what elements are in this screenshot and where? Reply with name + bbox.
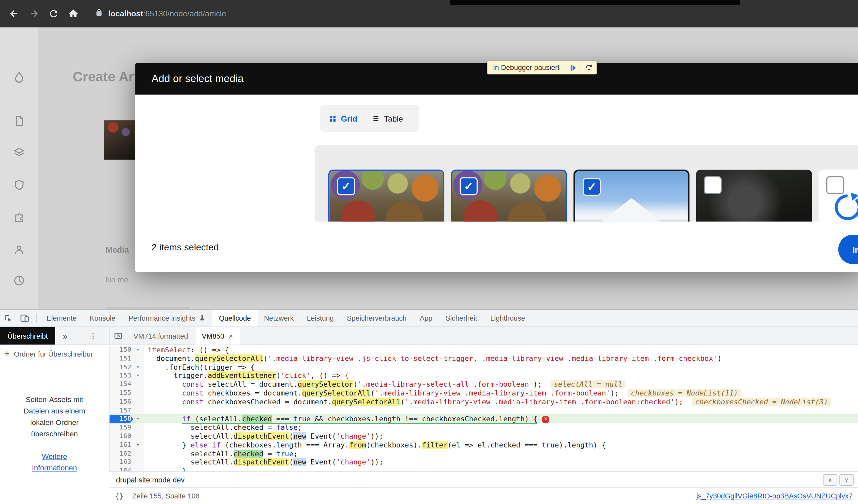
devtools-tab-netzwerk[interactable]: Netzwerk — [257, 310, 300, 326]
media-library-modal: Add or select media Grid Table ✓✓✓ 2 ite… — [135, 63, 858, 272]
pretty-print-icon[interactable]: {} — [115, 492, 123, 500]
fold-arrow-icon — [133, 450, 142, 458]
inline-eval-value: selectAll = null — [551, 380, 626, 388]
structure-icon[interactable] — [13, 146, 25, 159]
line-number[interactable]: 159 — [110, 424, 134, 432]
devtools-tab-speicherverbrauch[interactable]: Speicherverbrauch — [340, 310, 413, 326]
media-item-4-cat[interactable] — [696, 169, 812, 222]
more-tabs-icon[interactable]: » — [55, 327, 75, 345]
tab-label: Performance insights — [128, 314, 195, 322]
people-icon[interactable] — [13, 244, 25, 256]
table-view-button[interactable]: Table — [371, 114, 403, 123]
url-host: localhost — [108, 9, 143, 18]
line-number[interactable]: 163 — [110, 458, 134, 467]
device-toolbar-icon[interactable] — [16, 310, 33, 326]
devtools-tab-quellcode[interactable]: Quellcode — [212, 310, 257, 326]
tab-label: Konsole — [90, 314, 115, 322]
media-item-3-mountain[interactable]: ✓ — [573, 169, 689, 222]
learn-more-link[interactable]: Weitere Informationen — [0, 451, 109, 474]
home-icon[interactable] — [63, 4, 83, 23]
line-number[interactable]: 155 — [110, 389, 134, 397]
reload-icon[interactable] — [44, 4, 63, 23]
media-item-checkbox[interactable]: ✓ — [460, 177, 478, 195]
step-over-icon[interactable] — [581, 61, 597, 74]
breakpoint-line-number[interactable]: 158 — [110, 415, 134, 423]
media-item-1-food[interactable]: ✓ — [328, 169, 444, 222]
devtools-tab-konsole[interactable]: Konsole — [83, 310, 122, 326]
grid-icon — [329, 115, 336, 122]
code-line-152: 152▾ .forEach(trigger => { — [110, 363, 858, 372]
search-input[interactable]: drupal site:mode dev — [116, 475, 185, 484]
code-line-159: 159 selectAll.checked = false; — [110, 424, 858, 432]
fold-arrow-icon[interactable]: ▾ — [133, 415, 142, 423]
resume-script-icon[interactable] — [565, 61, 581, 74]
media-item-checkbox[interactable]: ✓ — [337, 177, 355, 195]
navigator-tab-strip: Überschreibt » ⋮ — [0, 327, 110, 345]
line-number[interactable]: 151 — [110, 354, 134, 363]
code-line-155: 155 const checkboxes = document.querySel… — [110, 389, 858, 397]
media-item-checkbox[interactable] — [704, 176, 722, 194]
add-override-folder-button[interactable]: + Ordner für Überschreibur — [0, 346, 109, 362]
tab-label: Netzwerk — [264, 314, 294, 322]
tab-overrides[interactable]: Überschreibt — [0, 327, 55, 345]
line-number[interactable]: 154 — [110, 380, 134, 389]
media-item-checkbox[interactable]: ✓ — [583, 178, 601, 196]
line-number[interactable]: 160 — [110, 432, 134, 441]
line-number[interactable]: 164 — [110, 467, 134, 472]
insert-selected-button[interactable]: In — [838, 235, 858, 264]
search-next-icon[interactable]: ∨ — [839, 474, 854, 485]
window-top-strip — [450, 0, 740, 5]
grid-view-button[interactable]: Grid — [329, 114, 358, 123]
fold-arrow-icon[interactable]: ▾ — [133, 372, 142, 380]
back-icon[interactable] — [4, 4, 24, 23]
line-number[interactable]: 162 — [110, 450, 134, 458]
kebab-menu-icon[interactable]: ⋮ — [85, 327, 101, 345]
view-toggle: Grid Table — [320, 105, 418, 132]
content-icon[interactable] — [13, 115, 25, 127]
line-number[interactable]: 150 — [110, 346, 134, 354]
devtools-tab-app[interactable]: App — [413, 310, 439, 326]
devtools-tab-sicherheit[interactable]: Sicherheit — [439, 310, 483, 326]
hide-navigator-icon[interactable] — [110, 327, 127, 345]
shield-icon[interactable] — [13, 179, 25, 191]
fold-arrow-icon[interactable]: ▾ — [133, 441, 142, 449]
debugger-paused-text: In Debugger pausiert — [488, 61, 565, 74]
media-item-2-food[interactable]: ✓ — [451, 169, 567, 222]
devtools-tab-performance-insights[interactable]: Performance insights — [122, 310, 212, 326]
fold-arrow-icon[interactable]: ▾ — [133, 363, 142, 372]
file-tab-vm850[interactable]: VM850 × — [194, 327, 240, 345]
close-tab-icon[interactable]: × — [228, 332, 233, 340]
source-file-link[interactable]: js_7y30dGgilVGie8RIO-op3BAsOsVUNZUCplvx7 — [697, 492, 853, 500]
devtools-tab-lighthouse[interactable]: Lighthouse — [483, 310, 532, 326]
fold-arrow-icon — [133, 406, 142, 415]
media-item-5-spinner[interactable] — [819, 169, 858, 222]
inspect-element-icon[interactable] — [0, 310, 16, 326]
code-editor[interactable]: 150▾itemSelect: () => {151 document.quer… — [110, 346, 858, 472]
devtools-tab-elemente[interactable]: Elemente — [40, 310, 83, 326]
line-number[interactable]: 152 — [110, 363, 134, 372]
code-line-153: 153▾ trigger.addEventListener('click', (… — [110, 372, 858, 380]
reports-pie-icon[interactable] — [13, 275, 25, 287]
fold-arrow-icon — [133, 467, 142, 472]
tab-label: Elemente — [46, 314, 77, 322]
search-bar[interactable]: drupal site:mode dev ∧ ∨ — [110, 472, 858, 488]
code-line-150: 150▾itemSelect: () => { — [110, 346, 858, 354]
tab-label: Leistung — [307, 314, 334, 322]
forward-icon[interactable] — [24, 4, 44, 23]
media-thumbnail — [104, 120, 135, 160]
file-tab-label: VM850 — [202, 332, 224, 340]
fold-arrow-icon[interactable]: ▾ — [133, 346, 142, 354]
line-number[interactable]: 156 — [110, 397, 134, 406]
line-number[interactable]: 153 — [110, 372, 134, 380]
debugger-paused-badge: In Debugger pausiert — [487, 61, 597, 75]
extend-puzzle-icon[interactable] — [13, 211, 25, 223]
line-number[interactable]: 161 — [110, 441, 134, 449]
line-number[interactable]: 157 — [110, 406, 134, 415]
file-tab-vm714[interactable]: VM714:formatted — [127, 327, 194, 345]
drupal-logo-icon[interactable] — [13, 71, 25, 83]
devtools-tab-leistung[interactable]: Leistung — [300, 310, 340, 326]
code-line-151: 151 document.querySelectorAll('.media-li… — [110, 354, 858, 363]
search-previous-icon[interactable]: ∧ — [823, 474, 837, 485]
address-bar[interactable]: localhost :65130/node/add/article — [95, 9, 226, 19]
media-grid: ✓✓✓ — [328, 169, 858, 222]
